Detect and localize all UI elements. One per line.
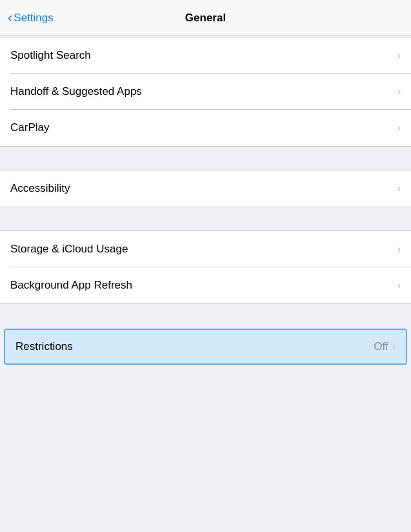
spotlight-label: Spotlight Search (10, 49, 91, 62)
back-button[interactable]: ‹ Settings (8, 11, 54, 25)
spotlight-right: › (397, 50, 401, 61)
restrictions-right: Off › (374, 340, 396, 353)
handoff-label: Handoff & Suggested Apps (10, 85, 142, 98)
navigation-bar: ‹ Settings General (0, 0, 411, 36)
carplay-right: › (397, 122, 401, 134)
settings-item-storage[interactable]: Storage & iCloud Usage › (0, 231, 411, 267)
settings-group-2: Accessibility › (0, 170, 411, 207)
accessibility-right: › (397, 183, 401, 194)
settings-group-3: Storage & iCloud Usage › Background App … (0, 230, 411, 304)
handoff-chevron-icon: › (397, 86, 401, 97)
separator-1 (0, 147, 411, 170)
settings-item-accessibility[interactable]: Accessibility › (0, 170, 411, 207)
separator-3 (0, 304, 411, 327)
storage-label: Storage & iCloud Usage (10, 243, 128, 256)
settings-item-carplay[interactable]: CarPlay › (0, 110, 411, 146)
background-chevron-icon: › (397, 280, 401, 291)
accessibility-label: Accessibility (10, 182, 70, 195)
carplay-chevron-icon: › (397, 122, 401, 134)
settings-item-handoff[interactable]: Handoff & Suggested Apps › (0, 74, 411, 110)
settings-group-1: Spotlight Search › Handoff & Suggested A… (0, 37, 411, 147)
storage-chevron-icon: › (397, 243, 401, 255)
restrictions-chevron-icon: › (392, 341, 396, 353)
settings-item-background[interactable]: Background App Refresh › (0, 267, 411, 303)
accessibility-chevron-icon: › (397, 183, 401, 194)
separator-2 (0, 207, 411, 230)
restrictions-group-wrapper: Restrictions Off › (0, 329, 411, 365)
storage-right: › (397, 243, 401, 255)
handoff-right: › (397, 86, 401, 97)
restrictions-label: Restrictions (15, 340, 73, 353)
back-label: Settings (14, 12, 53, 25)
background-label: Background App Refresh (10, 279, 132, 292)
back-chevron-icon: ‹ (8, 11, 12, 25)
settings-item-restrictions[interactable]: Restrictions Off › (4, 329, 407, 365)
restrictions-value: Off (374, 340, 388, 353)
settings-item-spotlight[interactable]: Spotlight Search › (0, 37, 411, 74)
spotlight-chevron-icon: › (397, 50, 401, 61)
carplay-label: CarPlay (10, 121, 49, 134)
background-right: › (397, 280, 401, 291)
page-title: General (185, 12, 226, 25)
